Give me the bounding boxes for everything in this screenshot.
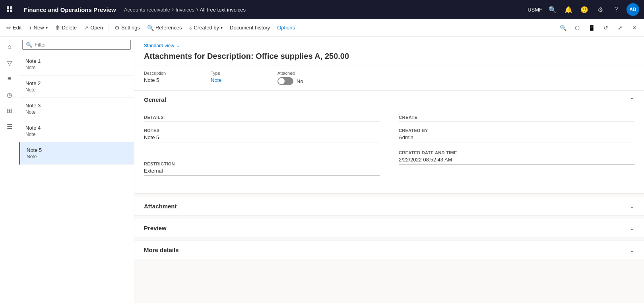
cmd-mobile-button[interactable]: 📱 [585,21,598,34]
type-label: Type [211,71,258,76]
list-item[interactable]: Note 4 Note [19,120,134,142]
type-field-group: Type Note [211,71,258,85]
settings-icon-top[interactable]: ⚙ [595,4,606,15]
more-details-section-chevron: ⌄ [630,247,634,253]
restriction-label: Restriction [144,161,380,166]
preview-section-title: Preview [144,225,167,231]
more-details-section-header[interactable]: More details ⌄ [134,241,644,259]
sidebar-clock-icon[interactable]: ◷ [2,87,17,102]
open-icon: ↗ [84,25,89,31]
delete-button[interactable]: 🗑 Delete [52,21,80,35]
list-item-title: Note 5 [27,147,128,153]
help-icon[interactable]: ? [611,4,622,15]
detail-top-fields: Description Note 5 Type Note Attached No [134,66,644,90]
restriction-value[interactable]: External [144,168,380,176]
svg-rect-3 [10,10,12,12]
breadcrumb-invoices[interactable]: Invoices [175,7,194,13]
edit-icon: ✏ [6,25,11,31]
attachment-section-title: Attachment [144,203,177,210]
breadcrumb-accounts-receivable[interactable]: Accounts receivable [124,7,170,13]
general-section: General ⌃ DETAILS Notes Note 5 Restricti… [134,90,644,194]
list-item-selected[interactable]: Note 5 Note [19,142,134,165]
attachment-section-header[interactable]: Attachment ⌄ [134,197,644,215]
more-details-section-title: More details [144,247,179,253]
references-icon: 🔍 [147,25,154,31]
created-date-value[interactable]: 2/22/2022 08:52:43 AM [399,157,634,165]
list-item-title: Note 4 [25,125,128,131]
cmd-refresh-button[interactable]: ↺ [599,21,612,34]
preview-section-chevron: ⌄ [630,225,634,231]
cmd-expand-button[interactable]: ⤢ [614,21,627,34]
user-avatar[interactable]: AD [627,3,639,16]
toggle-knob [278,78,285,84]
search-input[interactable] [35,42,127,48]
list-item-sub: Note [25,87,128,93]
list-panel: 🔍 Note 1 Note Note 2 Note Note 3 Note No… [19,37,134,303]
type-value[interactable]: Note [211,77,258,85]
document-history-button[interactable]: Document history [227,21,273,35]
breadcrumb: Accounts receivable › Invoices › All fre… [124,6,523,13]
list-item-sub: Note [25,132,128,137]
created-by-row: Created by Admin [399,128,634,142]
edit-button[interactable]: ✏ Edit [3,21,25,35]
create-col-header: CREATE [399,115,634,122]
sidebar-filter-icon[interactable]: ▽ [2,56,17,70]
general-section-title: General [144,96,166,103]
notification-icon[interactable]: 🔔 [563,4,574,15]
svg-rect-1 [10,6,12,9]
detail-panel: Standard view ⌄ Attachments for Descript… [134,37,644,303]
sidebar-home-icon[interactable]: ⌂ [2,40,17,54]
standard-view-button[interactable]: Standard view ⌄ [144,43,634,49]
new-dropdown-icon: ▾ [46,25,48,30]
cmd-search-button[interactable]: 🔍 [557,21,569,34]
attached-field-group: Attached No [277,71,303,85]
details-column: DETAILS Notes Note 5 Restriction Externa… [144,115,380,184]
breadcrumb-sep-2: › [196,6,198,13]
options-button[interactable]: Options [274,21,298,35]
main-layout: ⌂ ▽ ≡ ◷ ⊞ ☰ 🔍 Note 1 Note Note 2 Note No… [0,37,644,303]
attached-value: No [297,78,303,84]
sidebar-icons: ⌂ ▽ ≡ ◷ ⊞ ☰ [0,37,19,303]
attached-toggle-group: No [277,77,303,85]
list-item-sub: Note [25,65,128,70]
cmd-bookmark-button[interactable]: ⬡ [571,21,584,34]
general-section-chevron: ⌃ [630,97,634,103]
notes-label: Notes [144,128,380,133]
created-by-dropdown-icon: ▾ [221,25,223,30]
sidebar-table-icon[interactable]: ⊞ [2,103,17,118]
general-section-content: DETAILS Notes Note 5 Restriction Externa… [134,109,644,193]
cmd-close-button[interactable]: ✕ [628,21,641,34]
preview-section-header[interactable]: Preview ⌄ [134,219,644,237]
search-box[interactable]: 🔍 [22,40,131,50]
list-item-sub: Note [27,154,128,159]
list-items: Note 1 Note Note 2 Note Note 3 Note Note… [19,53,134,303]
open-button[interactable]: ↗ Open [81,21,106,35]
references-button[interactable]: 🔍 References [144,21,185,35]
detail-header: Standard view ⌄ Attachments for Descript… [134,37,644,66]
list-item[interactable]: Note 2 Note [19,76,134,98]
search-icon-top[interactable]: 🔍 [547,4,558,15]
new-button[interactable]: + New ▾ [25,21,50,35]
svg-rect-0 [7,6,9,9]
created-by-value[interactable]: Admin [399,134,634,142]
list-item[interactable]: Note 1 Note [19,53,134,76]
attached-toggle[interactable] [277,77,293,85]
delete-icon: 🗑 [55,25,60,31]
sidebar-rows-icon[interactable]: ☰ [2,119,17,134]
settings-button[interactable]: ⚙ Settings [111,21,143,35]
created-by-label: Created by [399,128,634,133]
created-date-label: Created date and time [399,150,634,155]
list-item-title: Note 1 [25,58,128,64]
smiley-icon[interactable]: 🙂 [579,4,590,15]
preview-section: Preview ⌄ [134,219,644,237]
notes-row: Notes Note 5 [144,128,380,142]
sidebar-list-icon[interactable]: ≡ [2,72,17,86]
list-item[interactable]: Note 3 Note [19,98,134,120]
grid-menu-button[interactable] [5,4,16,15]
general-section-header[interactable]: General ⌃ [134,91,644,109]
description-value[interactable]: Note 5 [144,77,192,85]
notes-value[interactable]: Note 5 [144,134,380,142]
svg-rect-2 [7,10,9,12]
app-title: Finance and Operations Preview [21,6,119,13]
created-by-button[interactable]: ⬦ Created by ▾ [186,21,226,35]
